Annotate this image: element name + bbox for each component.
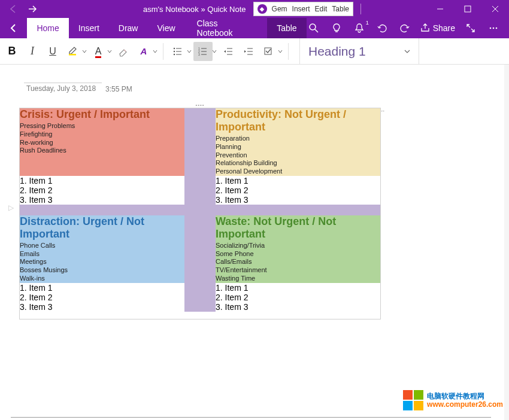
list-item[interactable]: Item 1 <box>216 176 380 185</box>
gem-menu-item[interactable]: Gem <box>272 5 287 13</box>
underline-icon: U <box>49 46 56 57</box>
quadrant-distraction-items[interactable]: Item 1 Item 2 Item 3 <box>20 283 184 312</box>
indent-icon <box>244 47 253 56</box>
tab-insert[interactable]: Insert <box>69 18 109 38</box>
sub-line: Meetings <box>20 258 184 266</box>
forward-arrow-icon[interactable] <box>25 2 40 16</box>
gem-menu-item[interactable]: Table <box>332 5 349 13</box>
style-selector[interactable]: Heading 1 <box>299 38 419 64</box>
bold-icon: B <box>8 45 16 57</box>
italic-button[interactable]: I <box>23 42 42 61</box>
increase-indent-button[interactable] <box>239 42 258 61</box>
quadrant-title: Crisis: Urgent / Important <box>20 108 184 121</box>
sub-line: Rush Deadlines <box>20 147 184 155</box>
decrease-indent-button[interactable] <box>219 42 238 61</box>
resize-handle-icon[interactable]: ↔ <box>380 108 384 113</box>
window-title: asm's Notebook » Quick Note <box>143 5 251 14</box>
quadrant-crisis-items[interactable]: Item 1 Item 2 Item 3 <box>20 176 184 205</box>
font-color-button[interactable]: A <box>89 42 108 61</box>
fullscreen-icon[interactable] <box>463 21 478 35</box>
nav-buttons <box>0 2 46 16</box>
search-icon[interactable] <box>307 21 321 35</box>
svg-point-4 <box>490 28 492 29</box>
separator <box>360 4 361 14</box>
tab-view[interactable]: View <box>147 18 184 38</box>
underline-button[interactable]: U <box>43 42 62 61</box>
list-item[interactable]: Item 3 <box>216 195 380 205</box>
back-arrow-icon[interactable] <box>6 2 20 16</box>
back-chevron-button[interactable] <box>0 18 27 38</box>
list-item[interactable]: Item 3 <box>20 302 184 312</box>
list-item[interactable]: Item 1 <box>216 283 380 293</box>
clear-formatting-button[interactable] <box>114 42 133 61</box>
notification-bell-icon[interactable]: 1 <box>352 21 366 35</box>
numbered-list-button[interactable]: 123 <box>193 42 213 61</box>
gem-menu-item[interactable]: Insert <box>292 5 310 13</box>
quadrant-subs: Phone Calls Emails Meetings Bosses Musin… <box>20 242 184 283</box>
sub-line: Socializing/Trivia <box>216 242 380 250</box>
tab-class-notebook[interactable]: Class Notebook <box>185 18 268 38</box>
page-canvas[interactable]: Tuesday, July 3, 2018 3:55 PM ▷ •••• ↔ C… <box>0 65 509 420</box>
list-item[interactable]: Item 2 <box>216 185 380 195</box>
maximize-button[interactable] <box>454 0 481 18</box>
highlight-button[interactable] <box>63 42 83 61</box>
grip-handle-icon[interactable]: •••• <box>195 103 204 108</box>
gem-menu[interactable]: ◆ Gem Insert Edit Table <box>253 2 353 16</box>
sub-line: Some Phone <box>216 250 380 258</box>
format-painter-button[interactable]: A <box>134 42 153 61</box>
svg-rect-7 <box>69 54 76 56</box>
svg-point-2 <box>310 24 316 30</box>
list-item[interactable]: Item 1 <box>20 283 184 293</box>
quadrant-crisis-header[interactable]: Crisis: Urgent / Important Pressing Prob… <box>20 108 184 176</box>
list-item[interactable]: Item 3 <box>216 302 380 312</box>
list-item[interactable]: Item 2 <box>20 293 184 302</box>
tab-draw[interactable]: Draw <box>109 18 148 38</box>
list-item[interactable]: Item 2 <box>20 185 184 195</box>
tab-label: Table <box>277 23 296 33</box>
outdent-icon <box>223 47 233 56</box>
title-bar: asm's Notebook » Quick Note ◆ Gem Insert… <box>0 0 509 18</box>
checkbox-button[interactable] <box>259 42 278 61</box>
close-button[interactable] <box>481 0 509 18</box>
sub-line: Re-working <box>20 139 184 147</box>
tab-home[interactable]: Home <box>27 18 68 38</box>
svg-point-6 <box>496 28 498 29</box>
vertical-scrollbar[interactable] <box>504 65 509 420</box>
quadrant-productivity-items[interactable]: Item 1 Item 2 Item 3 <box>216 176 380 205</box>
sub-line: Calls/Emails <box>216 258 380 266</box>
note-container-wrap: •••• ↔ Crisis: Urgent / Important Pressi… <box>19 103 381 319</box>
watermark-line1: 电脑软硬件教程网 <box>427 392 503 400</box>
minimize-button[interactable] <box>426 0 454 18</box>
list-item[interactable]: Item 2 <box>216 293 380 302</box>
redo-icon[interactable] <box>398 21 412 35</box>
svg-rect-1 <box>465 6 471 12</box>
lightbulb-icon[interactable] <box>329 21 344 35</box>
gem-menu-item[interactable]: Edit <box>315 5 328 13</box>
share-button[interactable]: Share <box>420 23 455 33</box>
ribbon-tabs: Home Insert Draw View Class Notebook Tab… <box>0 18 509 38</box>
sub-line: Prevention <box>216 151 380 160</box>
note-container[interactable]: ↔ Crisis: Urgent / Important Pressing Pr… <box>19 108 381 319</box>
quadrant-title: Distraction: Urgent / Not Important <box>20 215 184 241</box>
quadrant-waste-header[interactable]: Waste: Not Urgent / Not Important Social… <box>216 215 380 283</box>
numbered-list-icon: 123 <box>198 47 208 56</box>
more-menu-icon[interactable] <box>486 21 501 35</box>
sub-line: Planning <box>216 143 380 151</box>
tab-label: Insert <box>78 23 99 33</box>
page-time[interactable]: 3:55 PM <box>102 84 138 95</box>
quadrant-distraction-header[interactable]: Distraction: Urgent / Not Important Phon… <box>20 215 184 283</box>
tab-table[interactable]: Table <box>267 18 306 38</box>
sub-line: TV/Entertainment <box>216 266 380 275</box>
bullet-list-button[interactable] <box>168 42 187 61</box>
svg-point-10 <box>174 50 175 51</box>
sub-line: Walk-ins <box>20 275 184 283</box>
svg-point-5 <box>493 28 495 29</box>
list-item[interactable]: Item 1 <box>20 176 184 185</box>
page-date[interactable]: Tuesday, July 3, 2018 <box>24 83 102 95</box>
bold-button[interactable]: B <box>2 42 22 61</box>
quadrant-waste-items[interactable]: Item 1 Item 2 Item 3 <box>216 283 380 312</box>
undo-icon[interactable] <box>375 21 389 35</box>
list-item[interactable]: Item 3 <box>20 195 184 205</box>
quadrant-productivity-header[interactable]: Productivity: Not Urgent / Important Pre… <box>216 108 380 176</box>
share-label: Share <box>433 23 455 33</box>
